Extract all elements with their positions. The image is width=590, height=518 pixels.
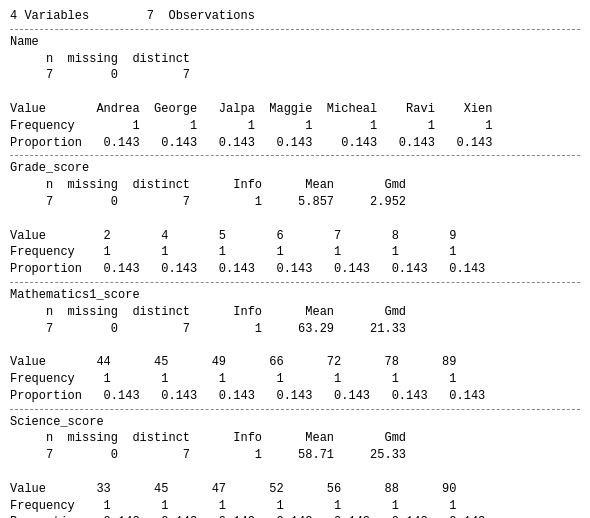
variables-count: 4 [10, 9, 17, 23]
top-divider [10, 29, 580, 30]
observations-label: Observations [168, 9, 254, 23]
section-grade-score: Grade_score n missing distinct Info Mean… [10, 160, 580, 278]
summary-container: 4 Variables 7 Observations Name n missin… [10, 8, 580, 518]
section-name-title: Name n missing distinct 7 0 7 Value Andr… [10, 34, 580, 152]
divider-2 [10, 282, 580, 283]
section-name: Name n missing distinct 7 0 7 Value Andr… [10, 34, 580, 152]
section-science-title: Science_score n missing distinct Info Me… [10, 414, 580, 518]
header-line: 4 Variables 7 Observations [10, 8, 580, 25]
variables-label: Variables [24, 9, 89, 23]
section-mathematics1-score: Mathematics1_score n missing distinct In… [10, 287, 580, 405]
section-math-title: Mathematics1_score n missing distinct In… [10, 287, 580, 405]
divider-3 [10, 409, 580, 410]
section-science-score: Science_score n missing distinct Info Me… [10, 414, 580, 518]
divider-1 [10, 155, 580, 156]
observations-count: 7 [147, 9, 154, 23]
section-grade-title: Grade_score n missing distinct Info Mean… [10, 160, 580, 278]
